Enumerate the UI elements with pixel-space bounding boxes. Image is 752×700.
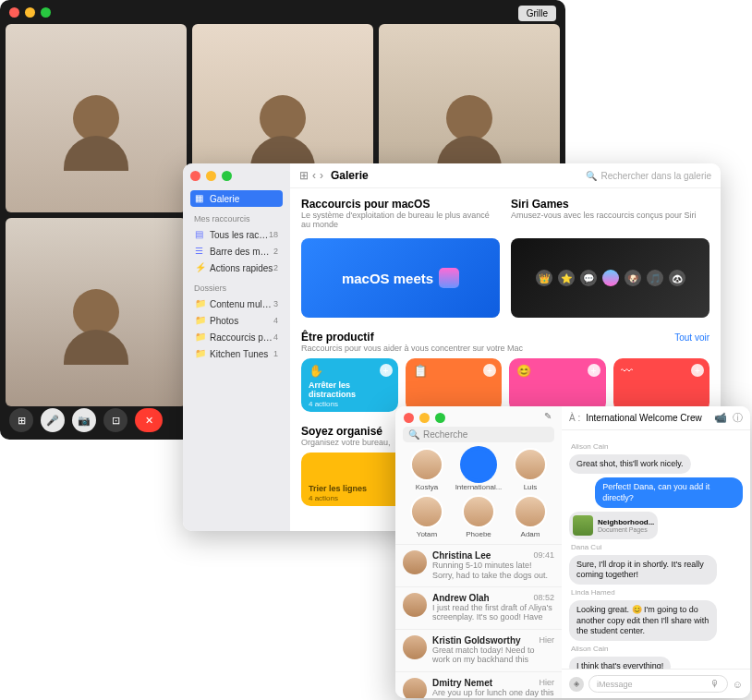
messages-thread: À : International Welcome Crew 📹 ⓘ Aliso… <box>562 406 750 698</box>
close-icon[interactable] <box>9 7 19 18</box>
share-screen-button[interactable]: ⊡ <box>103 408 127 432</box>
message-input[interactable]: iMessage 🎙 <box>588 675 728 693</box>
message-bubble[interactable]: Great shot, this'll work nicely. <box>569 454 691 474</box>
banner-macos[interactable]: macOS meets <box>301 238 500 318</box>
back-button[interactable]: ‹ <box>312 169 316 182</box>
sidebar-item-quick-actions[interactable]: ⚡ Actions rapides 2 <box>190 259 283 276</box>
compose-bar: ◈ iMessage 🎙 ☺ <box>562 669 750 698</box>
grid-icon: ▦ <box>195 193 206 204</box>
maximize-icon[interactable] <box>41 7 51 18</box>
sidebar-item-menubar[interactable]: ☰ Barre des menus 2 <box>190 243 283 259</box>
sidebar-toggle-icon[interactable]: ⊞ <box>299 169 309 182</box>
close-icon[interactable] <box>190 171 200 181</box>
facetime-icon[interactable]: 📹 <box>714 412 727 424</box>
search-field[interactable]: 🔍 Recherche <box>403 427 554 442</box>
minimize-icon[interactable] <box>206 171 216 181</box>
see-all-link[interactable]: Tout voir <box>674 332 710 343</box>
shortcuts-toolbar: ⊞ ‹ › Galerie 🔍 Rechercher dans la galer… <box>290 163 721 188</box>
add-icon[interactable]: + <box>691 364 704 377</box>
pinned-convo[interactable]: Kostya <box>403 448 451 491</box>
window-traffic-lights <box>9 7 51 18</box>
maximize-icon[interactable] <box>435 413 445 423</box>
message-bubble[interactable]: Sure, I'll drop it in shortly. It's real… <box>569 555 717 585</box>
chat-icon: 💬 <box>580 270 597 286</box>
thread-title: International Welcome Crew <box>586 413 709 423</box>
conversation-row[interactable]: Christina Lee09:41 Running 5-10 minutes … <box>395 544 562 586</box>
search-icon: 🔍 <box>408 429 419 440</box>
note-icon: 🎵 <box>647 270 663 286</box>
dog-icon: 🐶 <box>625 270 641 286</box>
minimize-icon[interactable] <box>419 413 430 423</box>
conversation-row[interactable]: Andrew Olah08:52 I just read the first d… <box>395 586 562 629</box>
section-title: Raccourcis pour macOS <box>301 198 500 211</box>
menu-icon: ☰ <box>195 246 206 257</box>
sidebar-item-folder[interactable]: 📁 Contenu multimédia 3 <box>190 296 283 312</box>
wave-icon: 〰 <box>621 364 703 378</box>
banner-siri-games[interactable]: 👑 ⭐ 💬 🐶 🎵 🐼 <box>511 238 710 318</box>
star-icon: ⭐ <box>558 270 575 286</box>
sidebar-item-folder[interactable]: 📁 Photos 4 <box>190 312 283 329</box>
forward-button[interactable]: › <box>320 169 323 182</box>
section-title: Siri Games <box>511 198 710 211</box>
video-tile[interactable] <box>6 24 187 212</box>
sidebar-item-folder[interactable]: 📁 Raccourcis pour d... 4 <box>190 329 283 345</box>
maximize-icon[interactable] <box>222 171 232 181</box>
add-icon[interactable]: + <box>380 364 393 377</box>
attachment-thumb <box>573 515 593 536</box>
window-traffic-lights <box>190 171 283 181</box>
dictate-icon[interactable]: 🎙 <box>710 679 720 689</box>
sidebar-item-all-shortcuts[interactable]: ▤ Tous les raccourcis 18 <box>190 226 283 243</box>
message-bubble[interactable]: Perfect! Dana, can you add it directly? <box>595 477 743 508</box>
pinned-convo[interactable]: International... <box>455 448 503 491</box>
message-bubble[interactable]: I think that's everything! <box>569 657 671 669</box>
search-field[interactable]: 🔍 Rechercher dans la galerie <box>586 171 711 181</box>
sender-label: Dana Cui <box>571 543 743 551</box>
new-message-button[interactable]: ✎ <box>541 409 554 422</box>
sender-label: Alison Cain <box>571 442 743 451</box>
add-icon[interactable]: + <box>483 364 496 377</box>
message-bubble[interactable]: Looking great. 😊 I'm going to do another… <box>569 600 717 641</box>
avatar <box>403 635 427 659</box>
minimize-icon[interactable] <box>25 7 35 18</box>
sidebar-item-gallery[interactable]: ▦ Galerie <box>190 190 283 207</box>
emoji-picker-button[interactable]: ☺ <box>733 679 743 690</box>
list-icon: 📋 <box>413 364 495 378</box>
page-title: Galerie <box>331 169 578 182</box>
end-call-button[interactable]: ✕ <box>135 408 163 432</box>
apps-button[interactable]: ◈ <box>569 677 584 692</box>
sender-label: Linda Hamed <box>571 588 743 597</box>
section-subtitle: Le système d'exploitation de bureau le p… <box>301 211 500 229</box>
info-icon[interactable]: ⓘ <box>733 411 743 425</box>
conversation-row[interactable]: Dmitry NemetHier Are you up for lunch on… <box>395 671 562 698</box>
sender-label: Alison Cain <box>571 645 743 653</box>
pinned-convo[interactable]: Yotam <box>403 495 451 538</box>
pinned-convo[interactable]: Adam <box>506 495 554 538</box>
sidebar-toggle-button[interactable]: ⊞ <box>9 408 33 432</box>
shortcut-tile[interactable]: 〰 + <box>613 358 710 412</box>
sidebar-section-header: Mes raccourcis <box>194 214 283 223</box>
conversation-row[interactable]: Kristin GoldsworthyHier Great match toda… <box>395 629 562 671</box>
section-subtitle: Amusez-vous avec les raccourcis conçus p… <box>511 211 710 220</box>
thread-header: À : International Welcome Crew 📹 ⓘ <box>562 406 750 430</box>
window-traffic-lights <box>395 406 445 423</box>
pinned-convo[interactable]: Phoebe <box>455 495 503 538</box>
messages-window: ✎ 🔍 Recherche Kostya International... Lu… <box>395 406 750 698</box>
sidebar-item-folder[interactable]: 📁 Kitchen Tunes 1 <box>190 345 283 362</box>
video-tile[interactable] <box>6 218 187 406</box>
search-icon: 🔍 <box>586 171 597 181</box>
close-icon[interactable] <box>404 413 414 423</box>
section-subtitle: Raccourcis pour vous aider à vous concen… <box>301 344 523 353</box>
pinned-convo[interactable]: Luis <box>506 448 554 491</box>
camera-button[interactable]: 📷 <box>72 408 96 432</box>
shortcut-tile[interactable]: ✋ + Arrêter les distractions 4 actions <box>301 358 398 412</box>
folder-icon: 📁 <box>195 298 206 309</box>
to-label: À : <box>569 413 580 423</box>
mute-button[interactable]: 🎤 <box>41 408 65 432</box>
shortcut-tile[interactable]: 📋 + <box>406 358 503 412</box>
grid-view-button[interactable]: Grille <box>518 6 556 21</box>
shortcut-tile[interactable]: 😊 + <box>509 358 606 412</box>
add-icon[interactable]: + <box>588 364 600 377</box>
attachment[interactable]: Neighborhood... Document Pages <box>569 512 658 539</box>
section-title: Être productif <box>301 331 523 344</box>
panda-icon: 🐼 <box>669 270 685 286</box>
